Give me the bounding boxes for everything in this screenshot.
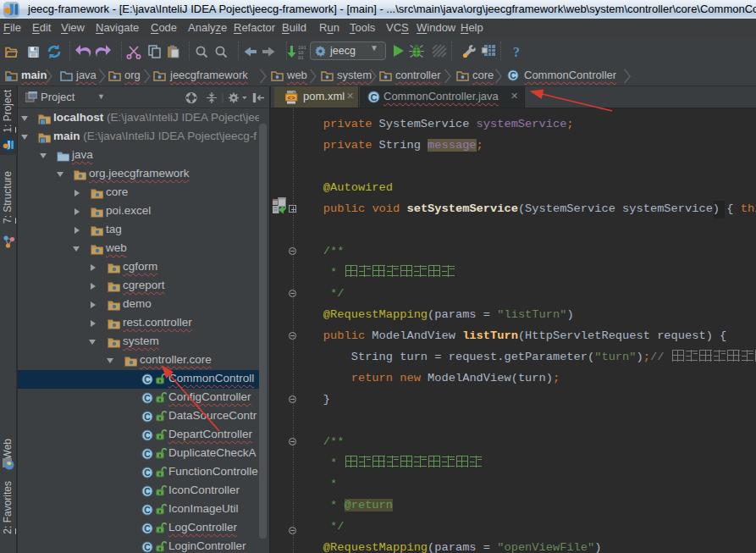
svg-text:?: ? [513, 45, 520, 59]
svg-text:01: 01 [298, 55, 304, 60]
svg-text:<>: <> [287, 94, 295, 102]
